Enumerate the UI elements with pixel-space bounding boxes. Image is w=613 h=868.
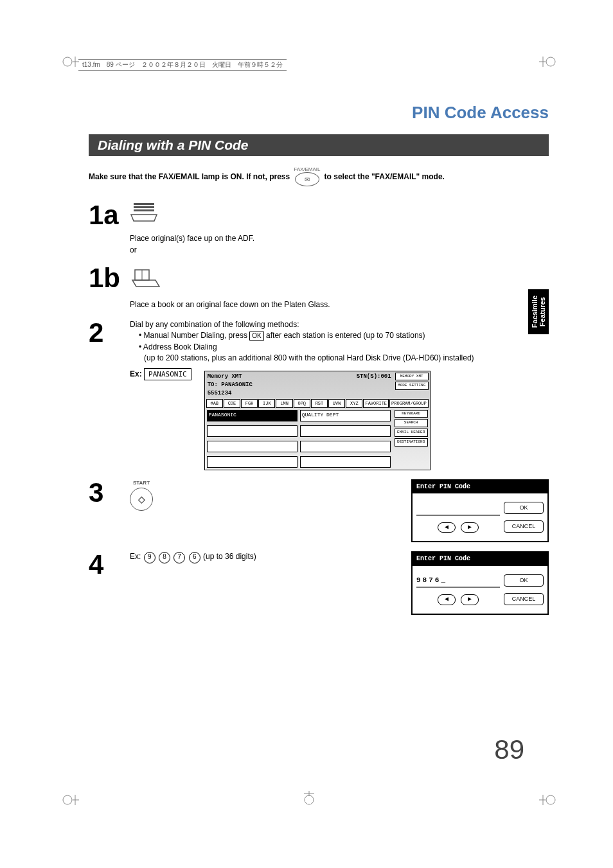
pin-title: Enter PIN Code: [413, 553, 547, 566]
meta-header: t13.fm 89 ページ ２００２年８月２０日 火曜日 午前９時５２分: [78, 59, 287, 71]
panel-header: 5551234: [208, 389, 351, 398]
panel-cell: [207, 441, 298, 452]
step-text: (up to 200 stations, plus an additional …: [130, 353, 549, 364]
pin-panel-screenshot: Enter PIN Code ◀ ▶ OK CANCEL: [411, 479, 549, 543]
panel-header: TO: PANASONIC: [208, 381, 351, 389]
ex-label: Ex:: [130, 369, 142, 378]
panel-cell: PANASONIC: [207, 410, 298, 421]
cancel-button: CANCEL: [504, 593, 544, 605]
digit-key-icon: 9: [144, 552, 155, 563]
platen-glass-icon: [130, 265, 549, 294]
step-text: or: [130, 245, 549, 256]
fax-email-oval-icon: ✉: [295, 172, 319, 186]
panel-tab: #AB: [206, 399, 223, 408]
crop-mark-icon: [300, 791, 313, 804]
panel-tab: LMN: [276, 399, 292, 408]
digit-key-icon: 7: [173, 552, 185, 563]
panel-side-button: EMAIL HEADER: [395, 429, 428, 437]
ok-button: OK: [504, 574, 544, 587]
svg-rect-16: [134, 206, 154, 208]
cancel-button: CANCEL: [504, 520, 544, 533]
panel-cell: [300, 456, 391, 468]
svg-point-3: [546, 57, 555, 66]
ex-label: Ex:: [130, 552, 141, 561]
step-text: (up to 36 digits): [203, 552, 256, 561]
pin-title: Enter PIN Code: [413, 481, 547, 494]
panel-tab: FAVORITE: [363, 399, 389, 408]
step-number: 1b: [89, 265, 130, 292]
crop-mark-icon: [539, 53, 552, 66]
arrow-left-icon: ◀: [438, 522, 456, 533]
svg-point-6: [63, 795, 72, 804]
touch-panel-screenshot: Memory XMT TO: PANASONIC 5551234 STN(S):…: [204, 371, 431, 470]
fax-email-button-icon: FAX/EMAIL ✉: [294, 166, 320, 186]
adf-icon: [130, 202, 549, 228]
svg-point-0: [63, 57, 72, 66]
pin-field: [416, 502, 500, 516]
panel-tab: XYZ: [346, 399, 362, 408]
panel-cell: QUALITY DEPT: [300, 410, 391, 421]
step-text: after each station is entered (up to 70 …: [266, 331, 425, 340]
panel-tab: RST: [311, 399, 328, 408]
panel-stn: STN(S):001: [354, 371, 394, 399]
section-title: PIN Code Access: [89, 103, 549, 123]
step-number: 3: [89, 479, 130, 506]
step-text: Dial by any combination of the following…: [130, 319, 549, 330]
page-number: 89: [494, 734, 524, 765]
panel-tab: PROGRAM/GROUP: [389, 399, 429, 408]
start-button-icon: START ◇: [130, 479, 153, 511]
panel-header: Memory XMT: [208, 373, 351, 381]
intro-text-part: Make sure that the FAX/EMAIL lamp is ON.…: [89, 172, 290, 181]
panel-side-button: MODE SETTING: [395, 382, 429, 390]
crop-mark-icon: [61, 791, 74, 804]
panel-cell: [207, 425, 298, 437]
panel-tab: OPQ: [294, 399, 310, 408]
panel-tab: CDE: [224, 399, 240, 408]
sub-heading: Dialing with a PIN Code: [89, 134, 549, 156]
svg-point-9: [546, 795, 555, 804]
step-text: • Manual Number Dialing, press: [139, 331, 249, 340]
svg-rect-15: [134, 203, 154, 205]
digit-key-icon: 8: [159, 552, 170, 563]
step-number: 2: [89, 319, 130, 346]
panel-tab: UVW: [328, 399, 345, 408]
panel-tab: IJK: [258, 399, 275, 408]
step-text: • Address Book Dialing: [130, 342, 549, 353]
svg-marker-18: [131, 215, 157, 221]
svg-rect-17: [134, 209, 154, 211]
svg-point-12: [305, 795, 314, 804]
crop-mark-icon: [61, 53, 74, 66]
arrow-right-icon: ▶: [461, 594, 479, 605]
step-number: 1a: [89, 202, 130, 229]
svg-marker-19: [132, 280, 159, 287]
ex-value: PANASONIC: [144, 368, 191, 381]
ok-button: OK: [504, 502, 544, 514]
pin-field: 9876_: [416, 574, 500, 588]
panel-side-button: MEMORY XMT: [395, 373, 429, 381]
intro-text: Make sure that the FAX/EMAIL lamp is ON.…: [89, 166, 549, 186]
intro-text-part: to select the "FAX/EMAIL" mode.: [324, 172, 445, 181]
digit-key-icon: 6: [189, 552, 200, 563]
panel-side-button: DESTINATIONS: [395, 438, 428, 447]
panel-cell: [300, 425, 391, 437]
start-diamond-icon: ◇: [130, 488, 153, 511]
step-number: 4: [89, 551, 130, 578]
start-label: START: [133, 479, 150, 487]
crop-mark-icon: [539, 791, 552, 804]
panel-tab: FGH: [241, 399, 258, 408]
pin-panel-screenshot: Enter PIN Code 9876_ ◀ ▶ OK CANCEL: [411, 551, 549, 615]
panel-side-button: SEARCH: [395, 419, 428, 427]
arrow-right-icon: ▶: [461, 522, 479, 533]
panel-cell: [300, 441, 391, 452]
step-text: Place a book or an original face down on…: [130, 299, 549, 310]
panel-cell: [207, 456, 298, 468]
fax-email-label: FAX/EMAIL: [294, 166, 320, 172]
arrow-left-icon: ◀: [438, 594, 456, 605]
ok-key-icon: OK: [249, 332, 263, 341]
step-text: Place original(s) face up on the ADF.: [130, 233, 549, 244]
panel-side-button: KEYBOARD: [395, 410, 428, 418]
